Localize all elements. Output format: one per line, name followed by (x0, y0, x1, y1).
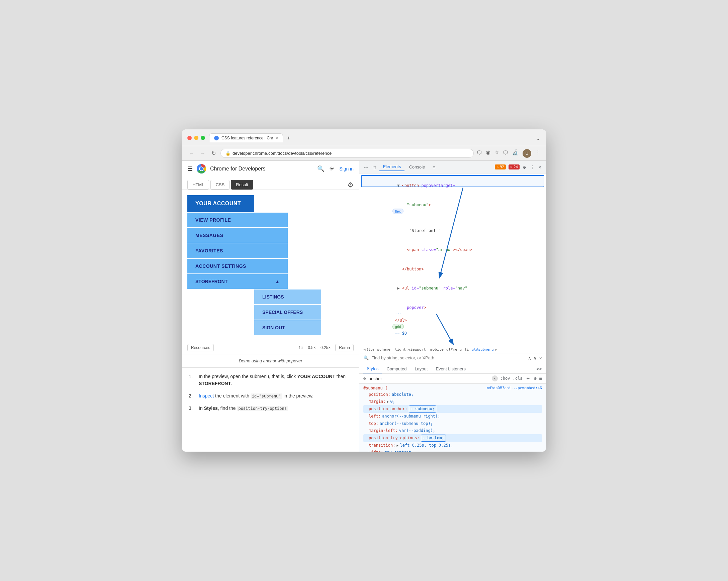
profile-avatar[interactable]: U (523, 149, 531, 158)
warning-count: 92 (500, 165, 504, 169)
maximize-window-button[interactable] (201, 136, 205, 140)
css-clear-button[interactable]: × (492, 376, 498, 381)
tab-result[interactable]: Result (231, 180, 253, 190)
steps-area: 1. In the preview, open the submenu, tha… (182, 368, 359, 422)
storefront-item[interactable]: STOREFRONT ▲ (187, 274, 288, 289)
cursor-tool-icon[interactable]: ⊹ (363, 164, 369, 170)
breadcrumb-item-1[interactable]: ⁞lor-scheme--light.viewport--mobile (367, 347, 444, 352)
position-anchor-value: --submenu; (409, 406, 436, 413)
theme-icon[interactable]: ☀ (329, 165, 335, 172)
refresh-button[interactable]: ↻ (210, 149, 217, 158)
search-icon[interactable]: 🔍 (317, 165, 324, 172)
css-prop-position-try: position-try-options: --bottom; (363, 434, 542, 442)
toolbar-icons: ⬡ ◉ ☆ ⬡ 🔬 U ⋮ (477, 149, 541, 158)
css-add-button[interactable]: + (525, 376, 531, 382)
warning-icon: ⚠ (496, 165, 499, 169)
css-source: mdYdpOM?ani...pe=embed:46 (487, 386, 542, 390)
devtools-panel: ⊹ ⬚ Elements Console » ⚠ 92 ☒ 24 (359, 161, 546, 452)
window-controls (187, 136, 205, 140)
css-pseudo-button[interactable]: :hov (500, 376, 510, 381)
chrome-logo (197, 164, 206, 173)
minimize-window-button[interactable] (194, 136, 199, 140)
css-filter-bar: ⊘ anchor × :hov .cls + ⊕ ≡ (359, 374, 546, 384)
tab-html[interactable]: HTML (187, 180, 209, 190)
elements-tab[interactable]: Elements (380, 163, 404, 171)
camera-off-icon[interactable]: ◉ (486, 149, 491, 158)
active-tab[interactable]: CSS features reference | Chr × (209, 133, 283, 142)
zoom-1x[interactable]: 1× (299, 345, 304, 350)
filter-close-icon[interactable]: × (539, 355, 542, 361)
more-icon[interactable]: ⋮ (535, 149, 541, 158)
css-cls-button[interactable]: .cls (513, 376, 523, 381)
messages-item[interactable]: MESSAGES (187, 228, 288, 243)
styles-tab[interactable]: Styles (363, 364, 382, 374)
zoom-options: 1× 0.5× 0.25× Rerun (299, 344, 354, 351)
zoom-05x[interactable]: 0.5× (308, 345, 316, 350)
breadcrumb-right-arrow: ▶ (495, 347, 497, 352)
new-tab-button[interactable]: + (284, 134, 293, 142)
filter-down-icon[interactable]: ∨ (534, 355, 536, 361)
devtools-more-icon[interactable]: ⋮ (529, 164, 535, 170)
filter-input[interactable] (371, 355, 526, 360)
css-prop-left: left: anchor(--submenu right); (363, 413, 542, 420)
styles-more-button[interactable]: >> (536, 366, 542, 371)
sign-in-button[interactable]: Sign in (339, 166, 354, 171)
browser-window: CSS features reference | Chr × + ⌄ ← → ↻… (182, 129, 546, 452)
devtools-close-icon[interactable]: × (538, 164, 542, 170)
css-prop-margin: margin: ▶ 0; (363, 398, 542, 405)
main-content: ☰ Chrome for Developers 🔍 ☀ Sign i (182, 161, 546, 452)
css-icon-2[interactable]: ≡ (539, 376, 542, 381)
close-window-button[interactable] (187, 136, 192, 140)
special-offers-item[interactable]: SPECIAL OFFERS (254, 305, 321, 320)
bookmark-icon[interactable]: ☆ (494, 149, 499, 158)
filter-search-icon: 🔍 (363, 355, 369, 360)
zoom-025x[interactable]: 0.25× (320, 345, 331, 350)
breadcrumb-left-arrow: ◀ (363, 347, 366, 352)
filter-up-icon[interactable]: ∧ (528, 355, 531, 361)
breadcrumb-item-3[interactable]: li (464, 347, 469, 352)
breadcrumb-bar: ◀ ⁞lor-scheme--light.viewport--mobile ul… (359, 346, 546, 353)
hamburger-menu-icon[interactable]: ☰ (187, 165, 193, 172)
sign-out-item[interactable]: SIGN OUT (254, 320, 321, 335)
breadcrumb-item-2[interactable]: ul#menu (446, 347, 462, 352)
settings-preview-icon[interactable]: ⚙ (347, 181, 354, 189)
forward-button[interactable]: → (199, 149, 207, 158)
labs-icon[interactable]: 🔬 (512, 149, 519, 158)
step-1: 1. In the preview, open the submenu, tha… (189, 373, 352, 387)
rerun-button[interactable]: Rerun (335, 344, 354, 351)
back-button[interactable]: ← (187, 149, 196, 158)
breadcrumb-item-4[interactable]: ul#submenu (471, 347, 493, 352)
demo-description: Demo using anchor with popover (182, 354, 359, 368)
inspect-link[interactable]: Inspect (199, 393, 214, 398)
tab-bar: CSS features reference | Chr × + (209, 133, 293, 142)
cast-icon[interactable]: ⬡ (477, 149, 482, 158)
listings-item[interactable]: LISTINGS (254, 289, 321, 304)
address-bar: ← → ↻ 🔒 developer.chrome.com/docs/devtoo… (182, 146, 546, 161)
chrome-header: ☰ Chrome for Developers 🔍 ☀ Sign i (182, 161, 359, 177)
devtools-settings-icon[interactable]: ⚙ (522, 164, 526, 170)
event-listeners-tab[interactable]: Event Listeners (432, 365, 469, 373)
css-rule-block: #submenu { mdYdpOM?ani...pe=embed:46 pos… (359, 384, 546, 452)
layout-tab[interactable]: Layout (411, 365, 431, 373)
flex-chip: flex (392, 209, 404, 214)
filter-bar: 🔍 ∧ ∨ × (359, 353, 546, 363)
inspect-tool-icon[interactable]: ⬚ (372, 164, 376, 170)
css-icon-1[interactable]: ⊕ (534, 376, 536, 381)
devtools-toolbar: ⊹ ⬚ Elements Console » ⚠ 92 ☒ 24 (359, 161, 546, 173)
element-line-4: </button> (363, 259, 542, 279)
console-tab[interactable]: Console (406, 163, 428, 171)
address-input[interactable]: 🔒 developer.chrome.com/docs/devtools/css… (220, 149, 474, 158)
browser-content: ☰ Chrome for Developers 🔍 ☀ Sign i (182, 161, 359, 452)
resources-button[interactable]: Resources (187, 344, 214, 351)
step-2-text: Inspect the element with id="submenu" in… (199, 392, 352, 399)
tab-css[interactable]: CSS (210, 180, 230, 190)
view-profile-item[interactable]: VIEW PROFILE (187, 213, 288, 227)
extension-icon[interactable]: ⬡ (503, 149, 508, 158)
your-account-button[interactable]: YOUR ACCOUNT (187, 195, 254, 212)
account-settings-item[interactable]: ACCOUNT SETTINGS (187, 259, 288, 273)
tab-close-button[interactable]: × (276, 136, 278, 140)
more-tabs-button[interactable]: » (430, 163, 439, 171)
favorites-item[interactable]: FAVORITES (187, 243, 288, 258)
chevron-down-icon[interactable]: ⌄ (536, 134, 541, 142)
computed-tab[interactable]: Computed (383, 365, 410, 373)
